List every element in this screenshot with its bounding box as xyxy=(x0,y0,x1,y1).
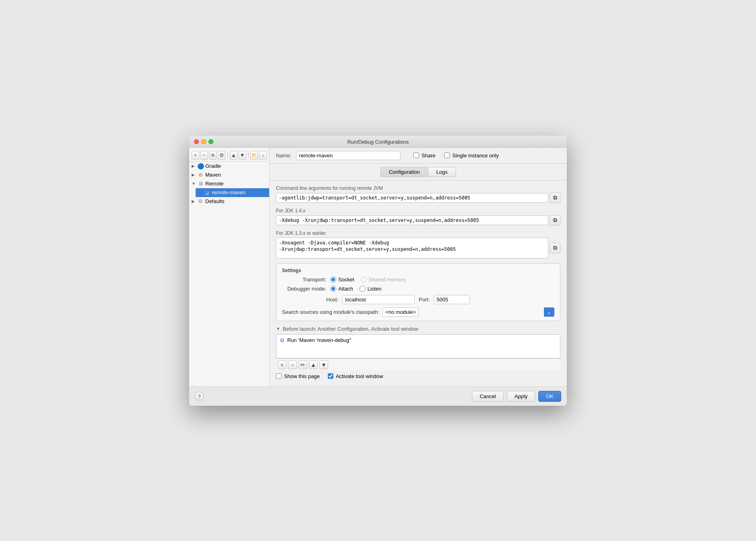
socket-radio[interactable] xyxy=(330,277,336,283)
jdk13-input[interactable]: -Xnoagent -Djava.compiler=NONE -Xdebug -… xyxy=(276,238,548,258)
single-instance-label: Single instance only xyxy=(452,153,499,159)
defaults-icon: ⚙ xyxy=(197,198,204,205)
show-page-checkbox[interactable] xyxy=(276,373,282,379)
listen-radio[interactable] xyxy=(360,286,366,292)
gradle-arrow-icon: ▶ xyxy=(192,164,196,168)
close-button[interactable] xyxy=(194,139,199,144)
copy-config-button[interactable]: ⧉ xyxy=(209,151,217,160)
dialog-title: Run/Debug Configurations xyxy=(347,139,409,145)
activate-tool-checkbox[interactable] xyxy=(328,373,333,379)
maven-label: Maven xyxy=(205,172,221,178)
settings-group: Settings Transport: Socket Shared memory xyxy=(276,263,560,321)
jdk14-label: For JDK 1.4.x xyxy=(276,208,560,214)
socket-label: Socket xyxy=(338,277,354,283)
listen-option[interactable]: Listen xyxy=(360,286,382,292)
activate-tool-option[interactable]: Activate tool window xyxy=(328,373,383,379)
module-select-wrapper: <no module> xyxy=(382,307,554,317)
sidebar: + − ⧉ ⚙ ▲ ▼ 📁 ↕ ▶ 🔵 Gradle ▶ ⚙ Maven xyxy=(189,148,270,386)
module-classpath-label: Search sources using module's classpath: xyxy=(282,309,379,315)
add-launch-button[interactable]: + xyxy=(278,360,286,369)
apply-button[interactable]: Apply xyxy=(507,391,535,402)
attach-radio[interactable] xyxy=(330,286,336,292)
port-label: Port: xyxy=(419,297,429,303)
before-launch-label: Before launch: Another Configuration, Ac… xyxy=(283,326,419,332)
jvm-args-row: ⧉ xyxy=(276,193,560,203)
footer-buttons: Cancel Apply OK xyxy=(472,391,561,402)
shared-memory-option[interactable]: Shared memory xyxy=(361,277,406,283)
folder-button[interactable]: 📁 xyxy=(250,151,258,160)
transport-label: Transport: xyxy=(282,277,326,283)
transport-radio-group: Socket Shared memory xyxy=(330,277,406,283)
launch-item-label: Run 'Maven 'maven-debug'' xyxy=(287,337,351,343)
share-label: Share xyxy=(421,153,435,159)
gradle-label: Gradle xyxy=(205,163,221,169)
attach-option[interactable]: Attach xyxy=(330,286,353,292)
cancel-button[interactable]: Cancel xyxy=(472,391,503,402)
before-launch-header[interactable]: ▼ Before launch: Another Configuration, … xyxy=(276,326,560,332)
move-up-button[interactable]: ▲ xyxy=(230,151,237,160)
settings-button[interactable]: ⚙ xyxy=(218,151,225,160)
gradle-icon: 🔵 xyxy=(197,163,204,169)
share-checkbox[interactable] xyxy=(413,153,419,158)
bottom-checkboxes: Show this page Activate tool window xyxy=(276,371,560,382)
socket-option[interactable]: Socket xyxy=(330,277,354,283)
ok-button[interactable]: OK xyxy=(538,391,561,402)
launch-item: ⚙ Run 'Maven 'maven-debug'' xyxy=(278,336,558,344)
name-label: Name: xyxy=(276,153,291,159)
remote-arrow-icon: ▼ xyxy=(192,181,196,186)
remove-launch-button[interactable]: − xyxy=(288,360,297,369)
maximize-button[interactable] xyxy=(208,139,213,144)
sidebar-item-gradle[interactable]: ▶ 🔵 Gradle xyxy=(189,162,269,171)
module-classpath-row: Search sources using module's classpath:… xyxy=(282,307,554,317)
remove-config-button[interactable]: − xyxy=(200,151,208,160)
tab-configuration[interactable]: Configuration xyxy=(380,167,428,177)
show-page-label: Show this page xyxy=(284,373,320,379)
before-launch-section: ▼ Before launch: Another Configuration, … xyxy=(276,326,560,371)
jdk13-row: -Xnoagent -Djava.compiler=NONE -Xdebug -… xyxy=(276,238,560,258)
move-up-launch-button[interactable]: ▲ xyxy=(309,360,318,369)
name-input[interactable] xyxy=(296,151,400,160)
maven-icon: ⚙ xyxy=(197,172,204,178)
jvm-args-input[interactable] xyxy=(276,193,548,203)
debugger-mode-radio-group: Attach Listen xyxy=(330,286,382,292)
launch-list: ⚙ Run 'Maven 'maven-debug'' xyxy=(276,334,560,358)
edit-launch-button[interactable]: ✏ xyxy=(298,360,307,369)
window-controls xyxy=(194,139,213,144)
single-instance-checkbox[interactable] xyxy=(444,153,450,158)
move-down-launch-button[interactable]: ▼ xyxy=(319,360,328,369)
remote-children: ◪ remote-maven xyxy=(189,188,269,197)
jdk14-row: ⧉ xyxy=(276,215,560,226)
dialog-footer: ? Cancel Apply OK xyxy=(189,386,567,406)
copy-jdk14-button[interactable]: ⧉ xyxy=(550,215,560,226)
defaults-arrow-icon: ▶ xyxy=(192,199,196,203)
before-launch-arrow-icon: ▼ xyxy=(276,326,280,331)
sidebar-item-remote-maven[interactable]: ◪ remote-maven xyxy=(196,188,269,197)
config-body: Command line arguments for running remot… xyxy=(270,181,567,386)
debugger-mode-row: Debugger mode: Attach Listen xyxy=(282,286,554,292)
add-config-button[interactable]: + xyxy=(192,151,199,160)
main-content: + − ⧉ ⚙ ▲ ▼ 📁 ↕ ▶ 🔵 Gradle ▶ ⚙ Maven xyxy=(189,148,567,386)
shared-memory-radio[interactable] xyxy=(361,277,367,283)
module-select[interactable]: <no module> xyxy=(382,307,419,317)
transport-row: Transport: Socket Shared memory xyxy=(282,277,554,283)
port-input[interactable] xyxy=(434,295,470,304)
host-input[interactable] xyxy=(342,295,415,304)
remote-maven-label: remote-maven xyxy=(212,189,245,195)
debugger-mode-label: Debugger mode: xyxy=(282,286,326,292)
sort-button[interactable]: ↕ xyxy=(259,151,267,160)
copy-jdk13-button[interactable]: ⧉ xyxy=(550,243,560,253)
tab-logs[interactable]: Logs xyxy=(428,167,456,177)
minimize-button[interactable] xyxy=(201,139,206,144)
titlebar: Run/Debug Configurations xyxy=(189,136,567,148)
move-down-button[interactable]: ▼ xyxy=(239,151,246,160)
jdk14-input[interactable] xyxy=(276,216,548,225)
help-button[interactable]: ? xyxy=(195,392,204,401)
sidebar-item-remote[interactable]: ▼ 🖥 Remote xyxy=(189,179,269,188)
toolbar-separator xyxy=(227,152,228,159)
show-page-option[interactable]: Show this page xyxy=(276,373,320,379)
sidebar-item-maven[interactable]: ▶ ⚙ Maven xyxy=(189,171,269,179)
sidebar-item-defaults[interactable]: ▶ ⚙ Defaults xyxy=(189,197,269,206)
remote-maven-icon: ◪ xyxy=(204,189,210,196)
copy-jvm-args-button[interactable]: ⧉ xyxy=(550,193,560,203)
remote-icon: 🖥 xyxy=(197,181,204,187)
